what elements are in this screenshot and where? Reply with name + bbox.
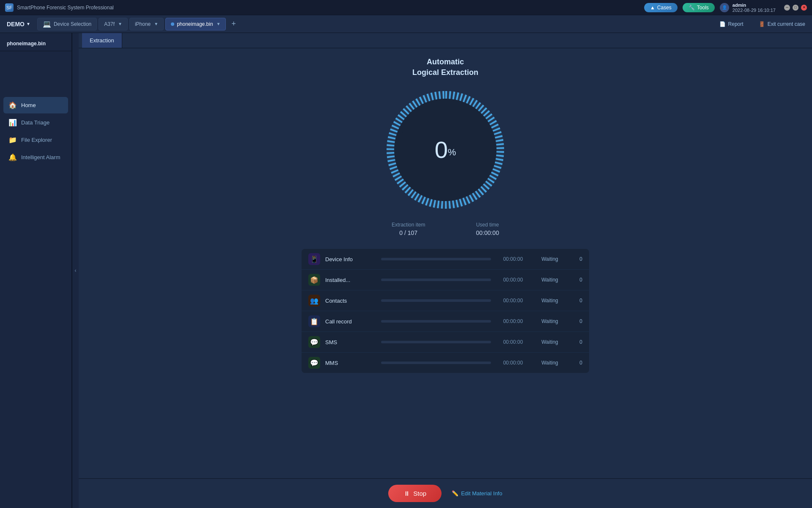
maximize-button[interactable]: □ (793, 5, 798, 11)
exit-icon: 🚪 (759, 21, 765, 27)
device-info-name: Device Info (325, 256, 376, 262)
cases-button[interactable]: ▲ Cases (644, 3, 678, 12)
sidebar-item-file-explorer[interactable]: 📁 File Explorer (3, 132, 68, 148)
demo-dropdown-icon: ▼ (26, 22, 30, 26)
sidebar-file-label: phoneimage.bin (0, 36, 71, 51)
progress-number: 0 (435, 136, 448, 163)
mms-count: 0 (570, 360, 582, 366)
admin-info: 👤 admin 2022-08-29 16:10:17 (720, 3, 776, 13)
progress-container: 0% (382, 86, 509, 213)
titlebar-right: ▲ Cases 🔧 Tools 👤 admin 2022-08-29 16:10… (644, 3, 807, 13)
sidebar: phoneimage.bin 🏠 Home 📊 Data Triage 📁 Fi… (0, 33, 72, 508)
sms-count: 0 (570, 339, 582, 345)
extraction-item-label: Extraction item (392, 222, 425, 228)
mms-icon: 💬 (308, 357, 320, 369)
sms-bar (381, 341, 491, 343)
report-link[interactable]: 📄 Report (719, 21, 743, 27)
extraction-row-contacts: 👥 Contacts 00:00:00 Waiting 0 (302, 290, 589, 311)
tools-icon: 🔧 (689, 5, 695, 11)
edit-icon: ✏️ (452, 490, 458, 497)
main-layout: phoneimage.bin 🏠 Home 📊 Data Triage 📁 Fi… (0, 33, 812, 508)
tab-add-button[interactable]: + (228, 18, 239, 30)
titlebar-left: SF SmartPhone Forensic System Profession… (5, 3, 114, 12)
installed-status: Waiting (535, 277, 565, 283)
used-time-label: Used time (476, 222, 499, 228)
installed-count: 0 (570, 277, 582, 283)
demo-label[interactable]: DEMO ▼ (7, 21, 30, 28)
contacts-status: Waiting (535, 298, 565, 304)
installed-bar (381, 279, 491, 281)
device-info-bar (381, 258, 491, 260)
app-title: SmartPhone Forensic System Professional (17, 5, 114, 11)
stop-button[interactable]: ⏸ Stop (388, 485, 442, 502)
device-info-icon: 📱 (308, 253, 320, 265)
main-content: Automatic Logical Extraction 0% (79, 48, 812, 478)
sidebar-item-intelligent-alarm[interactable]: 🔔 Intelligent Alarm (3, 149, 68, 166)
alarm-icon: 🔔 (8, 153, 17, 161)
sms-time: 00:00:00 (496, 339, 530, 345)
installed-time: 00:00:00 (496, 277, 530, 283)
stats-row: Extraction item 0 / 107 Used time 00:00:… (392, 222, 499, 236)
contacts-icon: 👥 (308, 295, 320, 306)
extraction-row-sms: 💬 SMS 00:00:00 Waiting 0 (302, 332, 589, 353)
data-triage-icon: 📊 (8, 119, 17, 127)
tab-file[interactable]: phoneimage.bin ▼ (165, 18, 226, 30)
extraction-list: 📱 Device Info 00:00:00 Waiting 0 📦 Insta… (302, 249, 589, 373)
tabbar: DEMO ▼ 💻 Device Selection A37f ▼ iPhone … (0, 15, 812, 33)
bottom-bar: ⏸ Stop ✏️ Edit Material Info (79, 478, 812, 508)
tools-button[interactable]: 🔧 Tools (683, 3, 715, 12)
content-area: Extraction Automatic Logical Extraction (79, 33, 812, 508)
contacts-name: Contacts (325, 298, 376, 304)
iphone-dropdown-icon: ▼ (154, 22, 158, 26)
tab-iphone[interactable]: iPhone ▼ (129, 18, 164, 30)
window-controls: ─ □ ✕ (784, 5, 807, 11)
mms-bar (381, 362, 491, 364)
tab-device-id[interactable]: A37f ▼ (99, 18, 128, 30)
tab-device-selection[interactable]: 💻 Device Selection (37, 18, 97, 30)
extraction-tab-button[interactable]: Extraction (82, 33, 122, 48)
edit-material-button[interactable]: ✏️ Edit Material Info (452, 490, 502, 497)
call-record-icon: 📋 (308, 315, 320, 327)
cases-icon: ▲ (650, 5, 655, 11)
device-icon: 💻 (43, 20, 51, 28)
installed-icon: 📦 (308, 274, 320, 286)
sms-name: SMS (325, 339, 376, 345)
mms-status: Waiting (535, 360, 565, 366)
call-record-time: 00:00:00 (496, 318, 530, 324)
minimize-button[interactable]: ─ (784, 5, 790, 11)
page-title: Automatic Logical Extraction (412, 57, 478, 78)
call-record-count: 0 (570, 318, 582, 324)
admin-details: admin 2022-08-29 16:10:17 (732, 3, 776, 13)
call-record-status: Waiting (535, 318, 565, 324)
device-info-time: 00:00:00 (496, 256, 530, 262)
sidebar-item-data-triage[interactable]: 📊 Data Triage (3, 114, 68, 131)
extraction-item-value: 0 / 107 (392, 229, 425, 236)
sidebar-item-home[interactable]: 🏠 Home (3, 97, 68, 113)
report-icon: 📄 (719, 21, 726, 27)
extraction-row-installed: 📦 Installed... 00:00:00 Waiting 0 (302, 270, 589, 290)
progress-center: 0% (435, 138, 456, 162)
admin-name: admin (732, 3, 776, 8)
exit-link[interactable]: 🚪 Exit current case (759, 21, 805, 27)
stat-extraction-item: Extraction item 0 / 107 (392, 222, 425, 236)
stop-icon: ⏸ (403, 490, 410, 497)
extraction-tab-header: Extraction (79, 33, 812, 48)
app-icon: SF (5, 3, 14, 12)
device-info-status: Waiting (535, 256, 565, 262)
sidebar-nav: 🏠 Home 📊 Data Triage 📁 File Explorer 🔔 I… (0, 97, 71, 166)
sms-status: Waiting (535, 339, 565, 345)
mms-name: MMS (325, 360, 376, 366)
installed-name: Installed... (325, 277, 376, 283)
extraction-row-call-record: 📋 Call record 00:00:00 Waiting 0 (302, 311, 589, 332)
sidebar-collapse-handle[interactable]: ‹ (72, 33, 79, 508)
stat-used-time: Used time 00:00:00 (476, 222, 499, 236)
close-button[interactable]: ✕ (801, 5, 807, 11)
home-icon: 🏠 (8, 101, 17, 109)
file-explorer-icon: 📁 (8, 136, 17, 144)
extraction-row-device-info: 📱 Device Info 00:00:00 Waiting 0 (302, 249, 589, 270)
file-dropdown-icon: ▼ (217, 22, 221, 26)
titlebar: SF SmartPhone Forensic System Profession… (0, 0, 812, 15)
contacts-bar (381, 299, 491, 302)
extraction-row-mms: 💬 MMS 00:00:00 Waiting 0 (302, 353, 589, 373)
sms-icon: 💬 (308, 336, 320, 348)
